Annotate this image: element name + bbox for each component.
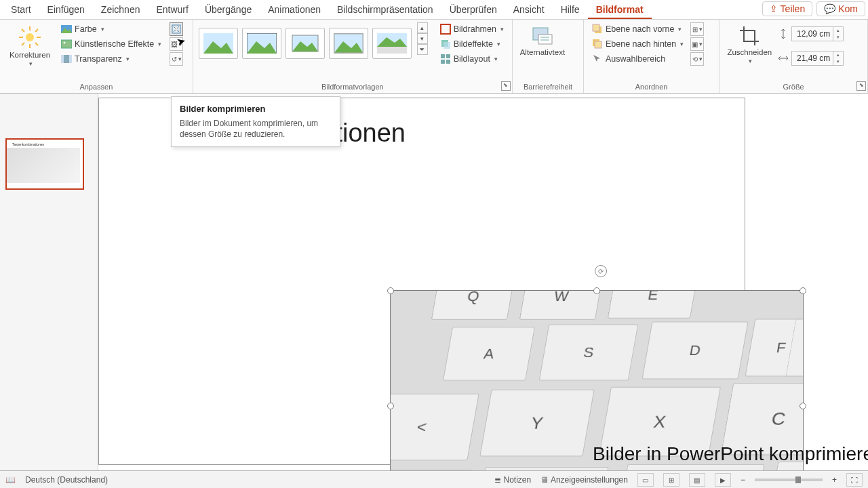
language-status[interactable]: Deutsch (Deutschland) — [25, 475, 108, 485]
slide-thumbnail-panel[interactable]: Tastenkombinationen — [0, 94, 98, 470]
svg-rect-11 — [61, 40, 72, 48]
notes-button[interactable]: ≣ Notizen — [494, 475, 531, 485]
tab-start[interactable]: Start — [3, 1, 39, 19]
style-gallery-scroll[interactable]: ▴▾⏷ — [417, 22, 428, 55]
send-backward-button[interactable]: Ebene nach hinten ▾ — [589, 37, 686, 51]
alt-text-button[interactable]: Alternativtext — [518, 22, 567, 56]
svg-rect-27 — [377, 47, 407, 54]
width-icon — [778, 53, 789, 64]
svg-rect-34 — [446, 60, 450, 64]
tab-view[interactable]: Ansicht — [505, 1, 553, 19]
group-label-arrange: Anordnen — [589, 81, 713, 93]
picture-style-3[interactable] — [285, 28, 325, 59]
ribbon-tabs: Start Einfügen Zeichnen Entwurf Übergäng… — [0, 0, 868, 20]
zoom-out-button[interactable]: − — [741, 475, 745, 485]
tab-insert[interactable]: Einfügen — [39, 1, 93, 19]
slideshow-view-button[interactable]: ▶ — [715, 473, 731, 487]
svg-rect-28 — [441, 24, 450, 34]
frame-icon — [440, 24, 451, 35]
transparency-icon — [61, 54, 72, 64]
tab-review[interactable]: Überprüfen — [441, 1, 505, 19]
tab-picture-format[interactable]: Bildformat — [588, 1, 652, 19]
size-dialog-launcher[interactable]: ⬊ — [856, 81, 866, 91]
tab-design[interactable]: Entwurf — [148, 1, 196, 19]
group-label-styles: Bildformatvorlagen — [199, 81, 507, 93]
share-button[interactable]: ⇪Teilen — [762, 1, 813, 16]
resize-handle[interactable] — [593, 287, 600, 294]
chevron-down-icon: ▾ — [29, 60, 33, 67]
picture-layout-button[interactable]: Bildlayout▾ — [437, 52, 507, 66]
overlay-caption: Bilder in PowerPoint komprimiere — [593, 443, 868, 465]
svg-rect-32 — [446, 54, 450, 58]
crop-button[interactable]: Zuschneiden▾ — [725, 22, 774, 64]
tab-help[interactable]: Hilfe — [553, 1, 588, 19]
tab-transitions[interactable]: Übergänge — [197, 1, 260, 19]
svg-line-8 — [35, 29, 38, 32]
svg-rect-15 — [172, 25, 180, 33]
comments-button[interactable]: 💬Kom — [816, 1, 865, 16]
sorter-view-button[interactable]: ⊞ — [663, 473, 679, 487]
picture-border-button[interactable]: Bildrahmen▾ — [437, 22, 507, 36]
styles-dialog-launcher[interactable]: ⬊ — [501, 81, 511, 91]
thumbnail-preview-icon — [7, 148, 80, 183]
bring-forward-button[interactable]: Ebene nach vorne ▾ — [589, 22, 686, 36]
svg-rect-30 — [443, 42, 450, 49]
reset-picture-button[interactable]: ↺▾ — [170, 52, 183, 66]
slide-canvas[interactable]: mbinationen Q W E A S D F G Y X C < Alt — [98, 94, 868, 470]
picture-style-2[interactable] — [242, 28, 281, 59]
svg-line-5 — [22, 29, 24, 32]
artistic-icon — [61, 39, 72, 49]
color-button[interactable]: Farbe▾ — [58, 22, 164, 36]
bring-forward-icon — [592, 24, 603, 35]
svg-line-7 — [22, 43, 24, 45]
zoom-in-button[interactable]: + — [832, 475, 837, 485]
height-icon — [778, 28, 789, 39]
svg-line-6 — [35, 43, 38, 45]
reading-view-button[interactable]: ▤ — [689, 473, 705, 487]
tab-draw[interactable]: Zeichnen — [93, 1, 149, 19]
picture-style-5[interactable] — [372, 28, 412, 59]
selection-icon — [592, 54, 603, 64]
corrections-icon — [18, 25, 42, 49]
height-input[interactable]: 12,09 cm▴▾ — [791, 26, 844, 41]
group-button[interactable]: ▣▾ — [690, 37, 704, 51]
svg-rect-40 — [593, 24, 599, 31]
align-button[interactable]: ⊞▾ — [690, 22, 704, 36]
group-label-accessibility: Barrierefreiheit — [518, 81, 578, 93]
palette-icon — [61, 24, 72, 35]
slide-thumbnail-1[interactable]: Tastenkombinationen — [5, 138, 84, 190]
crop-icon — [738, 25, 760, 47]
rotate-button[interactable]: ⟲▾ — [690, 52, 704, 66]
tab-animations[interactable]: Animationen — [260, 1, 329, 19]
svg-rect-31 — [441, 54, 445, 58]
transparency-button[interactable]: Transparenz▾ — [58, 52, 164, 66]
svg-rect-14 — [64, 55, 69, 63]
zoom-slider[interactable] — [755, 479, 823, 481]
spellcheck-icon[interactable]: 📖 — [5, 475, 16, 485]
group-label-adjust: Anpassen — [5, 81, 187, 93]
resize-handle[interactable] — [800, 287, 806, 294]
picture-effects-button[interactable]: Bildeffekte▾ — [437, 37, 507, 51]
selection-pane-button[interactable]: Auswahlbereich — [589, 52, 686, 66]
effects-icon — [440, 39, 451, 49]
tab-slideshow[interactable]: Bildschirmpräsentation — [329, 1, 441, 19]
corrections-button[interactable]: Korrekturen▾ — [5, 22, 54, 67]
width-input[interactable]: 21,49 cm▴▾ — [791, 51, 844, 66]
compress-icon — [172, 24, 181, 34]
resize-handle[interactable] — [800, 403, 806, 409]
fit-to-window-button[interactable]: ⛶ — [846, 473, 863, 487]
compress-pictures-button[interactable] — [170, 22, 183, 36]
resize-handle[interactable] — [387, 287, 394, 294]
tooltip-compress-pictures: Bilder komprimieren Bilder im Dokument k… — [171, 96, 340, 147]
resize-handle[interactable] — [387, 403, 394, 409]
normal-view-button[interactable]: ▭ — [637, 473, 654, 487]
picture-style-1[interactable] — [199, 28, 238, 59]
artistic-effects-button[interactable]: Künstlerische Effekte▾ — [58, 37, 164, 51]
share-icon: ⇪ — [770, 3, 778, 14]
svg-rect-42 — [595, 41, 601, 48]
picture-style-4[interactable] — [329, 28, 368, 59]
rotation-handle[interactable] — [595, 265, 607, 277]
display-settings-button[interactable]: 🖥 Anzeigeeinstellungen — [540, 475, 628, 485]
status-bar: 📖 Deutsch (Deutschland) ≣ Notizen 🖥 Anze… — [0, 470, 868, 488]
svg-rect-36 — [538, 35, 552, 44]
